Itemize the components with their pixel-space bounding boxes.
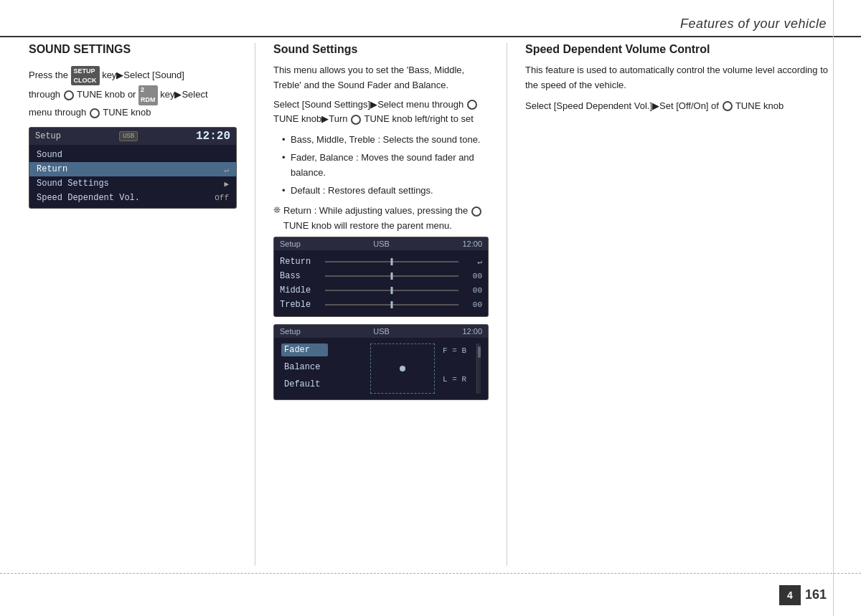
divider-mid-right: [507, 43, 507, 566]
fader-label-top: F = B: [443, 346, 466, 355]
screen2-bass-val: 00: [464, 272, 482, 280]
screen2-return-val: ↵: [464, 257, 482, 266]
screen2-treble-track: [325, 304, 458, 305]
note-return: Return : While adjusting values, pressin…: [273, 204, 489, 234]
right-para1: This feature is used to automatically co…: [525, 63, 832, 93]
screen1-row-speeddep: Speed Dependent Vol. Off: [29, 191, 236, 205]
sound-screen: Setup USB 12:00 Return ↵ Bass 00 Middle: [273, 237, 489, 317]
key2-icon: 2RDM: [138, 85, 158, 105]
setup-key-icon: SETUPCLOCK: [71, 66, 100, 85]
screen1-row-soundsettings: Sound Settings ▶: [29, 176, 236, 191]
sound-screen-body: Return ↵ Bass 00 Middle 00 Treble: [274, 250, 488, 316]
screen2-return-row: Return ↵: [280, 255, 482, 269]
tune-icon-3: [467, 100, 477, 110]
screen1-row-sound: Sound: [29, 148, 236, 162]
screen1-time: 12:20: [196, 130, 230, 143]
setup-screen-1: Setup USB 12:20 Sound Return ↵ Sound Set…: [29, 127, 237, 209]
fader-grid: [370, 343, 435, 394]
fader-menu-default: Default: [281, 378, 328, 391]
page-number: 4 161: [779, 585, 827, 605]
screen2-bass-track: [325, 275, 458, 277]
fader-grid-container: F = B L = R: [337, 343, 468, 394]
vertical-line: [833, 0, 834, 616]
screen1-row-return: Return ↵: [29, 162, 236, 176]
screen2-treble-val: 00: [464, 300, 482, 309]
mid-section-title: Sound Settings: [273, 43, 489, 56]
screen1-header: Setup USB 12:20: [29, 128, 236, 145]
screen2-middle-track: [325, 290, 458, 291]
page-footer: 4 161: [0, 573, 861, 616]
screen2-treble-label: Treble: [280, 300, 319, 310]
left-column: SOUND SETTINGS Press the SETUPCLOCK key▶…: [29, 43, 251, 566]
screen2-middle-val: 00: [464, 286, 482, 295]
fader-dot: [400, 366, 405, 371]
right-section-title: Speed Dependent Volume Control: [525, 43, 832, 56]
main-content: SOUND SETTINGS Press the SETUPCLOCK key▶…: [29, 43, 832, 566]
screen1-row-soundsettings-label: Sound Settings: [37, 179, 109, 189]
screen2-treble-row: Treble 00: [280, 298, 482, 312]
fader-labels: F = B L = R: [443, 346, 466, 384]
tune-icon-6: [723, 101, 733, 111]
screen1-body: Sound Return ↵ Sound Settings ▶ Speed De…: [29, 145, 236, 208]
bullet-default: Default : Restores default settings.: [282, 184, 489, 199]
fader-menu-balance: Balance: [281, 361, 328, 374]
screen2-return-label: Return: [280, 257, 319, 267]
right-column: Speed Dependent Volume Control This feat…: [511, 43, 832, 566]
fader-screen-usb: USB: [373, 327, 390, 336]
mid-para1: This menu allows you to set the 'Bass, M…: [273, 63, 489, 93]
screen1-row-return-label: Return: [37, 164, 67, 174]
screen1-row-speeddep-value: Off: [215, 194, 229, 202]
fader-menu: Fader Balance Default: [281, 343, 328, 394]
mid-para2: Select [Sound Settings]▶Select menu thro…: [273, 98, 489, 128]
fader-screen-title: Setup: [280, 327, 301, 336]
mid-column: Sound Settings This menu allows you to s…: [259, 43, 503, 566]
fader-screen-time: 12:00: [462, 327, 482, 336]
screen2-bass-label: Bass: [280, 271, 319, 281]
chapter-number: 4: [779, 585, 801, 605]
bullet-list: Bass, Middle, Treble : Selects the sound…: [282, 133, 489, 198]
sound-screen-header: Setup USB 12:00: [274, 237, 488, 250]
screen1-row-soundsettings-arrow: ▶: [224, 179, 229, 189]
sound-screen-title: Setup: [280, 240, 301, 248]
screen2-bass-row: Bass 00: [280, 269, 482, 283]
fader-label-bottom: L = R: [443, 375, 466, 384]
screen1-row-sound-label: Sound: [37, 150, 62, 160]
bullet-fader: Fader, Balance : Moves the sound fader a…: [282, 151, 489, 181]
tune-icon-2: [90, 108, 100, 118]
screen2-return-track: [325, 261, 458, 262]
tune-icon-4: [351, 115, 361, 125]
screen2-middle-label: Middle: [280, 285, 319, 295]
left-section-title: SOUND SETTINGS: [29, 43, 237, 56]
sound-screen-time: 12:00: [462, 240, 482, 248]
left-intro: Press the SETUPCLOCK key▶Select [Sound] …: [29, 66, 237, 120]
screen1-row-speeddep-label: Speed Dependent Vol.: [37, 193, 140, 203]
fader-screen: Setup USB 12:00 Fader Balance Default F …: [273, 324, 489, 400]
fader-scrollbar: [476, 343, 481, 394]
tune-icon-1: [64, 90, 74, 100]
header-title: Features of your vehicle: [680, 16, 827, 32]
fader-screen-body: Fader Balance Default F = B L = R: [274, 338, 488, 399]
fader-scrollbar-thumb: [478, 346, 481, 358]
tune-icon-5: [471, 207, 481, 217]
screen1-row-return-arrow: ↵: [224, 165, 229, 174]
screen2-middle-row: Middle 00: [280, 283, 482, 298]
fader-screen-header: Setup USB 12:00: [274, 325, 488, 338]
page-num-text: 161: [805, 587, 827, 602]
divider-left-mid: [255, 43, 255, 566]
screen1-title: Setup: [35, 131, 61, 141]
fader-menu-fader: Fader: [281, 343, 328, 356]
sound-screen-usb: USB: [373, 240, 390, 248]
screen1-usb: USB: [119, 131, 138, 141]
right-para2: Select [Speed Dependent Vol.]▶Set [Off/O…: [525, 99, 832, 114]
bullet-bass: Bass, Middle, Treble : Selects the sound…: [282, 133, 489, 148]
page-header: Features of your vehicle: [0, 0, 861, 37]
